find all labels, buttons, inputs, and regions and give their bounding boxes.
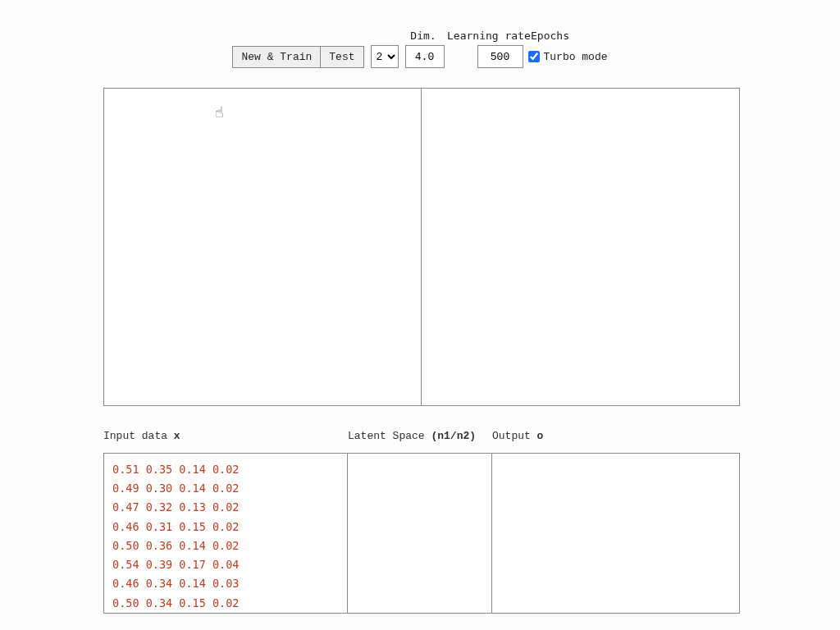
- list-item: 0.47 0.32 0.13 0.02: [112, 498, 339, 517]
- input-data-panel: 0.51 0.35 0.14 0.020.49 0.30 0.14 0.020.…: [103, 453, 348, 614]
- epochs-input[interactable]: [477, 45, 523, 68]
- turbo-mode-toggle[interactable]: Turbo mode: [525, 48, 608, 65]
- output-panel: [492, 453, 740, 614]
- pointer-cursor-icon: ☝: [215, 103, 224, 121]
- list-item: 0.50 0.34 0.15 0.02: [112, 594, 339, 613]
- dim-select[interactable]: 1234: [371, 45, 399, 68]
- list-item: 0.46 0.31 0.15 0.02: [112, 518, 339, 536]
- new-train-button[interactable]: New & Train: [232, 46, 320, 68]
- dim-label: Dim.: [399, 30, 447, 42]
- canvas-left[interactable]: ☝: [104, 89, 422, 405]
- latent-space-scroll[interactable]: [348, 454, 491, 613]
- canvas-right[interactable]: [422, 89, 739, 405]
- learning-rate-label: Learning rate: [447, 30, 531, 42]
- turbo-mode-label: Turbo mode: [544, 51, 608, 63]
- visualization-panels: ☝: [103, 88, 740, 406]
- latent-space-panel: [348, 453, 492, 614]
- list-item: 0.46 0.34 0.14 0.03: [112, 574, 339, 593]
- input-data-heading: Input data x: [103, 430, 348, 442]
- latent-space-heading: Latent Space (n1/n2): [348, 430, 492, 442]
- output-heading: Output o: [492, 430, 543, 442]
- output-scroll[interactable]: [492, 454, 739, 613]
- list-item: 0.54 0.39 0.17 0.04: [112, 555, 339, 574]
- list-item: 0.49 0.30 0.14 0.02: [112, 479, 339, 498]
- list-item: 0.50 0.36 0.14 0.02: [112, 536, 339, 555]
- input-data-scroll[interactable]: 0.51 0.35 0.14 0.020.49 0.30 0.14 0.020.…: [104, 454, 347, 613]
- list-item: 0.51 0.35 0.14 0.02: [112, 460, 339, 479]
- epochs-label: Epochs: [531, 30, 580, 42]
- learning-rate-input[interactable]: [405, 45, 445, 68]
- turbo-mode-checkbox[interactable]: [528, 51, 540, 62]
- test-button[interactable]: Test: [320, 46, 363, 68]
